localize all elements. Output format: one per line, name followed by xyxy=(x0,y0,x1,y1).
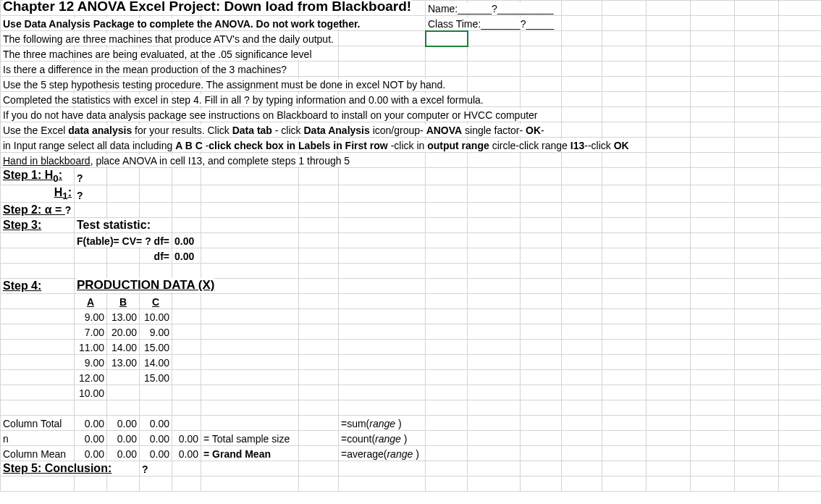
step1-h1-value[interactable]: ? xyxy=(75,185,107,203)
df2-value[interactable]: 0.00 xyxy=(172,248,201,264)
spreadsheet[interactable]: Chapter 12 ANOVA Excel Project: Down loa… xyxy=(0,0,821,492)
step5-label: Step 5: Conclusion: xyxy=(3,462,111,475)
df1-value[interactable]: 0.00 xyxy=(172,233,201,248)
step3-label[interactable]: Step 3: xyxy=(1,218,75,233)
data-b[interactable] xyxy=(107,370,140,385)
data-b[interactable]: 20.00 xyxy=(107,324,140,340)
data-c[interactable]: 15.00 xyxy=(140,370,172,385)
mean-a[interactable]: 0.00 xyxy=(75,446,107,461)
n-b[interactable]: 0.00 xyxy=(107,431,140,446)
name-label: Name:______?__________ xyxy=(428,3,554,14)
test-statistic-label-cell[interactable]: Test statistic: xyxy=(75,218,107,233)
table-row: 7.0020.009.00 xyxy=(1,324,822,340)
mean-c[interactable]: 0.00 xyxy=(140,446,172,461)
df2-label[interactable]: df= xyxy=(140,248,172,264)
page-title: Chapter 12 ANOVA Excel Project: Down loa… xyxy=(3,0,411,14)
total-sample-size-value[interactable]: 0.00 xyxy=(172,431,201,446)
grand-mean-label[interactable]: = Grand Mean xyxy=(201,446,299,461)
data-b[interactable]: 13.00 xyxy=(107,355,140,370)
coltotal-c[interactable]: 0.00 xyxy=(140,416,172,431)
instr-line-11: Hand in blackboard, place ANOVA in cell … xyxy=(3,155,350,167)
data-a[interactable]: 9.00 xyxy=(75,355,107,370)
step4-label[interactable]: Step 4: xyxy=(1,279,75,294)
data-a[interactable]: 10.00 xyxy=(75,385,107,400)
mean-b[interactable]: 0.00 xyxy=(107,446,140,461)
data-c[interactable]: 14.00 xyxy=(140,355,172,370)
classtime-label-cell[interactable]: Class Time:_______?_____ xyxy=(426,16,468,31)
ftable-label-cell[interactable]: F(table)= CV= ? xyxy=(75,233,107,248)
step5-value[interactable]: ? xyxy=(140,461,172,476)
ftable-label: F(table)= CV= ? xyxy=(77,235,151,247)
instr-line-5: Is there a difference in the mean produc… xyxy=(3,64,287,75)
step1-h0-value[interactable]: ? xyxy=(75,168,107,185)
instr-line-6: Use the 5 step hypothesis testing proced… xyxy=(3,79,445,91)
formula-average-cell[interactable]: =average(range ) xyxy=(339,446,426,461)
formula-average: =average(range ) xyxy=(341,448,419,460)
total-sample-size-label[interactable]: = Total sample size xyxy=(201,431,299,446)
data-a[interactable]: 9.00 xyxy=(75,309,107,324)
data-c[interactable]: 10.00 xyxy=(140,309,172,324)
data-c[interactable]: 9.00 xyxy=(140,324,172,340)
instr-line-10: in Input range select all data including… xyxy=(3,140,629,151)
step1-h0-label[interactable]: Step 1: H0: xyxy=(1,168,75,185)
coltotal-b[interactable]: 0.00 xyxy=(107,416,140,431)
table-row: 11.0014.0015.00 xyxy=(1,340,822,355)
data-c[interactable] xyxy=(140,385,172,400)
formula-count: =count(range ) xyxy=(341,433,407,445)
data-a[interactable]: 12.00 xyxy=(75,370,107,385)
grand-mean-value[interactable]: 0.00 xyxy=(172,446,201,461)
table-row: 12.0015.00 xyxy=(1,370,822,385)
column-mean-label[interactable]: Column Mean xyxy=(1,446,75,461)
column-total-label[interactable]: Column Total xyxy=(1,416,75,431)
table-row: 9.0013.0010.00 xyxy=(1,309,822,324)
data-b[interactable]: 14.00 xyxy=(107,340,140,355)
classtime-label: Class Time:_______?_____ xyxy=(428,18,554,30)
formula-sum: =sum(range ) xyxy=(341,418,402,429)
test-statistic-label: Test statistic: xyxy=(77,219,151,232)
formula-sum-cell[interactable]: =sum(range ) xyxy=(339,416,426,431)
n-label[interactable]: n xyxy=(1,431,75,446)
instr-line-4: The three machines are being evaluated, … xyxy=(3,49,312,60)
name-label-cell[interactable]: Name:______?__________ xyxy=(426,1,468,16)
data-a[interactable]: 11.00 xyxy=(75,340,107,355)
table-row: 9.0013.0014.00 xyxy=(1,355,822,370)
table-row: 10.00 xyxy=(1,385,822,400)
step5-label-cell[interactable]: Step 5: Conclusion: xyxy=(1,461,75,476)
data-b[interactable] xyxy=(107,385,140,400)
data-b[interactable]: 13.00 xyxy=(107,309,140,324)
selected-cell[interactable] xyxy=(426,31,468,46)
instr-line-3: The following are three machines that pr… xyxy=(3,33,334,45)
production-header: PRODUCTION DATA (X) xyxy=(77,278,214,293)
n-c[interactable]: 0.00 xyxy=(140,431,172,446)
instr-line-9: Use the Excel data analysis for your res… xyxy=(3,125,544,136)
col-header-b[interactable]: B xyxy=(107,294,140,309)
col-header-a[interactable]: A xyxy=(75,294,107,309)
n-a[interactable]: 0.00 xyxy=(75,431,107,446)
instr-line-7: Completed the statistics with excel in s… xyxy=(3,94,484,106)
production-header-cell[interactable]: PRODUCTION DATA (X) xyxy=(75,279,107,294)
coltotal-a[interactable]: 0.00 xyxy=(75,416,107,431)
subtitle: Use Data Analysis Package to complete th… xyxy=(3,18,361,30)
step2-value: ? xyxy=(65,204,72,216)
instr-line-8: If you do not have data analysis package… xyxy=(3,109,538,121)
subtitle-cell[interactable]: Use Data Analysis Package to complete th… xyxy=(1,16,75,31)
step1-h1-label[interactable]: H1: xyxy=(1,185,75,203)
data-a[interactable]: 7.00 xyxy=(75,324,107,340)
formula-count-cell[interactable]: =count(range ) xyxy=(339,431,426,446)
step2-label[interactable]: Step 2: α = ? xyxy=(1,203,75,218)
data-c[interactable]: 15.00 xyxy=(140,340,172,355)
title-cell[interactable]: Chapter 12 ANOVA Excel Project: Down loa… xyxy=(1,1,75,16)
col-header-c[interactable]: C xyxy=(140,294,172,309)
